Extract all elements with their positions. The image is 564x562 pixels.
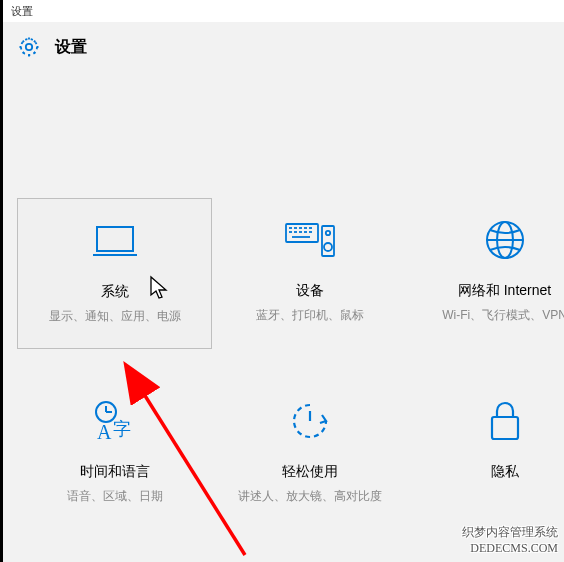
page-title: 设置: [55, 37, 87, 58]
tile-desc: 讲述人、放大镜、高对比度: [238, 487, 382, 506]
gear-icon: [17, 35, 41, 59]
tile-title: 隐私: [491, 463, 519, 481]
watermark-line2: DEDECMS.COM: [462, 540, 558, 556]
tile-title: 网络和 Internet: [458, 282, 551, 300]
display-icon: [91, 217, 139, 265]
tile-desc: Wi-Fi、飞行模式、VPN: [442, 306, 564, 325]
titlebar: 设置: [3, 0, 564, 22]
tile-desc: 蓝牙、打印机、鼠标: [256, 306, 364, 325]
tile-desc: 语音、区域、日期: [67, 487, 163, 506]
tile-ease-of-access[interactable]: 轻松使用 讲述人、放大镜、高对比度: [212, 379, 407, 528]
window-title: 设置: [11, 4, 33, 19]
tile-title: 轻松使用: [282, 463, 338, 481]
devices-icon: [284, 216, 336, 264]
svg-point-17: [324, 243, 332, 251]
svg-rect-2: [97, 227, 133, 251]
tile-privacy[interactable]: 隐私: [407, 379, 564, 528]
svg-text:A: A: [97, 421, 112, 443]
tile-time-language[interactable]: A 字 时间和语言 语音、区域、日期: [17, 379, 212, 528]
settings-grid: 系统 显示、通知、应用、电源 设备 蓝牙、打印机、鼠标: [3, 72, 564, 528]
tile-system[interactable]: 系统 显示、通知、应用、电源: [17, 198, 212, 349]
tile-network[interactable]: 网络和 Internet Wi-Fi、飞行模式、VPN: [407, 198, 564, 349]
watermark: 织梦内容管理系统 DEDECMS.COM: [462, 524, 558, 556]
watermark-line1: 织梦内容管理系统: [462, 524, 558, 540]
tile-devices[interactable]: 设备 蓝牙、打印机、鼠标: [212, 198, 407, 349]
svg-point-18: [325, 231, 329, 235]
lock-icon: [487, 397, 523, 445]
tile-title: 设备: [296, 282, 324, 300]
tile-title: 时间和语言: [80, 463, 150, 481]
svg-text:字: 字: [113, 419, 131, 439]
time-language-icon: A 字: [91, 397, 139, 445]
globe-icon: [483, 216, 527, 264]
svg-point-0: [26, 44, 32, 50]
svg-rect-28: [492, 417, 518, 439]
svg-rect-4: [286, 224, 318, 242]
tile-title: 系统: [101, 283, 129, 301]
ease-of-access-icon: [288, 397, 332, 445]
header: 设置: [3, 22, 564, 72]
tile-desc: 显示、通知、应用、电源: [49, 307, 181, 326]
